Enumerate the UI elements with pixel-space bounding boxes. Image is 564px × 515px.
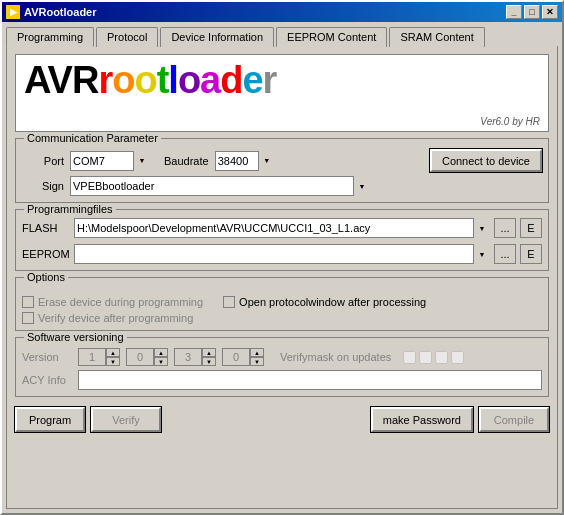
eeprom-erase-button[interactable]: E [520, 244, 542, 264]
logo-text: AVRrootloader [24, 61, 276, 99]
open-protocol-label: Open protocolwindow after processing [239, 296, 426, 308]
v4-down-button[interactable]: ▼ [250, 357, 264, 366]
sv-title: Software versioning [24, 331, 127, 343]
verify-button[interactable]: Verify [91, 407, 161, 432]
options-group: Options Erase device during programming … [15, 277, 549, 331]
tab-device-information[interactable]: Device Information [160, 27, 274, 47]
flash-select[interactable]: H:\Modelspoor\Development\AVR\UCCM\UCCI1… [74, 218, 474, 238]
version-label: Version [22, 351, 72, 363]
acyinfo-input[interactable] [78, 370, 542, 390]
verifymask-checkboxes [403, 351, 464, 364]
progfiles-group: Programmingfiles FLASH H:\Modelspoor\Dev… [15, 209, 549, 271]
comm-param-title: Communication Parameter [24, 132, 161, 144]
tabs-container: Programming Protocol Device Information … [2, 22, 562, 46]
open-protocol-checkbox[interactable] [223, 296, 235, 308]
vm-cb4[interactable] [451, 351, 464, 364]
v4-up-button[interactable]: ▲ [250, 348, 264, 357]
version-spinner-3: 3 ▲ ▼ [174, 348, 216, 366]
erase-label: Erase device during programming [38, 296, 203, 308]
window-icon: ▶ [6, 5, 20, 19]
options-title: Options [24, 271, 68, 283]
version-v1-input[interactable]: 1 [78, 348, 106, 366]
content-area: AVRrootloader Ver6.0 by HR Communication… [6, 46, 558, 509]
vm-cb2[interactable] [419, 351, 432, 364]
v1-down-button[interactable]: ▼ [106, 357, 120, 366]
sign-label: Sign [22, 180, 64, 192]
vm-cb3[interactable] [435, 351, 448, 364]
compile-button[interactable]: Compile [479, 407, 549, 432]
software-versioning-group: Software versioning Version 1 ▲ ▼ 0 ▲ ▼ [15, 337, 549, 397]
baudrate-select-wrapper[interactable]: 38400 ▼ [215, 151, 275, 171]
sign-select[interactable]: VPEBbootloader [70, 176, 370, 196]
version-v4-input[interactable]: 0 [222, 348, 250, 366]
sign-select-wrapper[interactable]: VPEBbootloader ▼ [70, 176, 370, 196]
v3-down-button[interactable]: ▼ [202, 357, 216, 366]
close-button[interactable]: ✕ [542, 5, 558, 19]
bottom-right-buttons: make Password Compile [371, 407, 549, 432]
port-select[interactable]: COM7 [70, 151, 150, 171]
flash-browse-button[interactable]: ... [494, 218, 516, 238]
flash-label: FLASH [22, 222, 70, 234]
connect-button[interactable]: Connect to device [430, 149, 542, 172]
version-spinner-2: 0 ▲ ▼ [126, 348, 168, 366]
v1-up-button[interactable]: ▲ [106, 348, 120, 357]
verify-label: Verify device after programming [38, 312, 193, 324]
make-password-button[interactable]: make Password [371, 407, 473, 432]
minimize-button[interactable]: _ [506, 5, 522, 19]
baudrate-label: Baudrate [164, 155, 209, 167]
eeprom-select-wrapper[interactable]: ▼ [74, 244, 490, 264]
tab-protocol[interactable]: Protocol [96, 27, 158, 47]
baudrate-select[interactable]: 38400 [215, 151, 275, 171]
eeprom-label: EEPROM [22, 248, 70, 260]
v3-up-button[interactable]: ▲ [202, 348, 216, 357]
titlebar: ▶ AVRootloader _ □ ✕ [2, 2, 562, 22]
program-button[interactable]: Program [15, 407, 85, 432]
tab-programming[interactable]: Programming [6, 27, 94, 47]
eeprom-select[interactable] [74, 244, 474, 264]
acyinfo-label: ACY Info [22, 374, 72, 386]
main-window: ▶ AVRootloader _ □ ✕ Programming Protoco… [0, 0, 564, 515]
port-select-wrapper[interactable]: COM7 ▼ [70, 151, 150, 171]
titlebar-buttons: _ □ ✕ [506, 5, 558, 19]
tab-sram-content[interactable]: SRAM Content [389, 27, 484, 47]
flash-select-wrapper[interactable]: H:\Modelspoor\Development\AVR\UCCM\UCCI1… [74, 218, 490, 238]
verify-checkbox[interactable] [22, 312, 34, 324]
progfiles-title: Programmingfiles [24, 203, 116, 215]
erase-checkbox[interactable] [22, 296, 34, 308]
bottom-left-buttons: Program Verify [15, 407, 161, 432]
maximize-button[interactable]: □ [524, 5, 540, 19]
verifymask-label: Verifymask on updates [280, 351, 391, 363]
port-label: Port [22, 155, 64, 167]
eeprom-select-arrow: ▼ [473, 244, 490, 264]
logo-area: AVRrootloader Ver6.0 by HR [15, 54, 549, 132]
comm-param-group: Communication Parameter Port COM7 ▼ Baud… [15, 138, 549, 203]
version-v2-input[interactable]: 0 [126, 348, 154, 366]
v2-down-button[interactable]: ▼ [154, 357, 168, 366]
vm-cb1[interactable] [403, 351, 416, 364]
eeprom-browse-button[interactable]: ... [494, 244, 516, 264]
version-spinner-4: 0 ▲ ▼ [222, 348, 264, 366]
version-spinner-1: 1 ▲ ▼ [78, 348, 120, 366]
flash-select-arrow: ▼ [473, 218, 490, 238]
flash-erase-button[interactable]: E [520, 218, 542, 238]
logo-version: Ver6.0 by HR [480, 116, 540, 127]
v2-up-button[interactable]: ▲ [154, 348, 168, 357]
tab-eeprom-content[interactable]: EEPROM Content [276, 27, 387, 47]
window-title: AVRootloader [24, 6, 97, 18]
bottom-bar: Program Verify make Password Compile [15, 403, 549, 434]
version-v3-input[interactable]: 3 [174, 348, 202, 366]
